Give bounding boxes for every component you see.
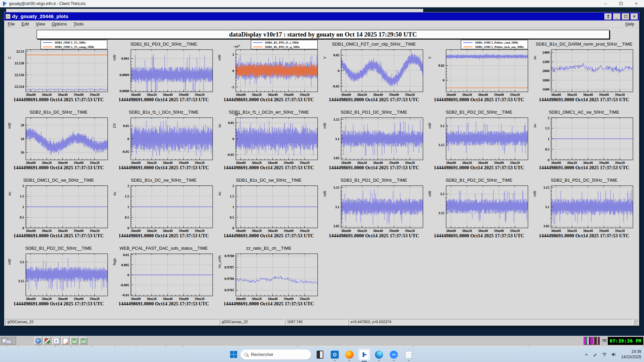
tray-expand-icon[interactable] (584, 353, 588, 356)
edge-icon (375, 351, 383, 359)
plot-canvas[interactable]: 20-238m0038m2038m4039m0039m20mW (217, 47, 320, 97)
svg-text:20: 20 (20, 123, 24, 127)
plot-canvas[interactable]: 21.510.5038m0038m2038m4039m0039m20au (217, 183, 320, 233)
plot-legend: SDB1_OMC1_Peltier_cmd_50HzSDB1_OMC1_Pelt… (461, 40, 528, 49)
files-icon[interactable] (43, 337, 51, 345)
clock-datetime[interactable]: 19:39 14/10/2025 (621, 349, 641, 360)
plot-timestamp: 1444498691.0000 Oct14 2025 17:37:53 UTC (427, 165, 531, 171)
taskbar-app-notepad[interactable] (402, 347, 415, 362)
plot-canvas[interactable]: 0.050-0.0538m0038m2038m4039m0039m201/V (112, 115, 215, 165)
menu-edit[interactable]: Edit (21, 21, 29, 26)
plot-canvas[interactable]: 0.97880.97870.97860.978538m0038m2038m403… (217, 251, 320, 301)
svg-text:2: 2 (232, 53, 234, 56)
plot-cell-9[interactable]: SDB1_B1x_f1_i_DC2n_err_50Hz__TIME×10-30.… (217, 108, 321, 176)
plot-canvas[interactable]: 3.153.13.0538m0038m2038m4039m0039m20mW (322, 183, 426, 233)
plot-cell-20[interactable]: WEB_PCAL_FAST_DAC_ssfs_status__TIME0.010… (111, 244, 216, 312)
taskbar-app-thinlinc[interactable] (358, 349, 370, 361)
menu-file[interactable]: File (8, 21, 15, 26)
close-button[interactable]: × (629, 0, 644, 7)
plot-cell-6[interactable]: SDB1_B1x_DC_DARM_norm_prod_50Hz__TIME240… (532, 40, 636, 108)
menu-tools[interactable]: Tools (73, 21, 84, 26)
workspace-pager[interactable] (1, 337, 16, 345)
plot-cell-21[interactable]: zz_ratio_B1_ch__TIME0.97880.97870.97860.… (217, 244, 321, 312)
plot-title: SDB1_B1x_f1_i_DCn_50Hz__TIME (111, 108, 216, 115)
plot-cell-2[interactable]: SDB2_B1_PD3_DC_50Hz__TIME0.0010.00090.00… (111, 40, 216, 108)
plot-canvas[interactable]: 2400220020001800160038m0038m2038m4039m00… (532, 47, 636, 97)
plot-cell-3[interactable]: ×10-6SDB1_B1_PD3_f1_i_50HzSDB1_B1_PD3_f1… (217, 40, 321, 108)
plot-canvas[interactable]: 3.153.13.0538m0038m2038m4039m0039m20mW (322, 115, 426, 165)
svg-text:38m40: 38m40 (373, 161, 383, 165)
taskbar-app-edge[interactable] (373, 347, 385, 362)
wifi-icon[interactable] (602, 352, 607, 357)
close-window-button[interactable]: × (631, 13, 638, 20)
plot-canvas[interactable]: 0.050-0.0538m0038m2038m4039m0039m20au (217, 115, 320, 165)
plot-cell-15[interactable]: SDB1_B1x_DC_sw_50Hz__TIME21.510.5038m003… (217, 176, 321, 244)
taskbar-app-photos[interactable] (314, 347, 326, 362)
plot-cell-18[interactable]: SDB2_B1_PD1_DC_50Hz__TIME3.153.13.0538m0… (532, 176, 636, 244)
plot-canvas[interactable]: 20181638m0038m2038m4039m0039m20mW (7, 115, 110, 165)
start-button[interactable] (230, 351, 237, 358)
plot-canvas[interactable]: 3.153.13.0538m0038m2038m4039m0039m20mW (532, 183, 636, 233)
plot-canvas[interactable]: 21.510.5038m0038m2038m4039m0039m20au (7, 183, 110, 233)
plot-canvas[interactable]: 3.23.1538m0038m2038m4039m0039m20mW (427, 183, 531, 233)
plot-cell-17[interactable]: SDB2_B1_PD2_DC_50Hz__TIME3.23.1538m0038m… (427, 176, 531, 244)
search-box[interactable]: Rechercher (240, 349, 311, 360)
app-titlebar[interactable]: dy_gouaty_20446_plots ↥ _ × (4, 12, 639, 20)
terminal-icon[interactable] (70, 337, 78, 345)
plot-timestamp: 1444498691.0000 Oct14 2025 17:37:53 UTC (322, 233, 426, 239)
taskbar-app-outlook[interactable]: O (329, 347, 341, 362)
y-axis-label: au (8, 192, 11, 195)
plot-cell-5[interactable]: SDB1_OMC1_Peltier_cmd_50HzSDB1_OMC1_Pelt… (427, 40, 531, 108)
plot-cell-12[interactable]: SDB1_OMC1_AC_sw_50Hz__TIME21.510.5038m00… (532, 108, 636, 176)
maximize-button[interactable] (613, 0, 629, 7)
mail-icon[interactable]: ✉ (602, 338, 606, 344)
plot-cell-14[interactable]: SDB1_B1x_DC_sw_50Hz__TIME21.510.5038m003… (111, 176, 216, 244)
svg-text:1.5: 1.5 (20, 194, 24, 198)
plot-canvas[interactable]: 3.23.1538m0038m2038m4039m0039m20mW (427, 115, 531, 165)
maximize-window-button[interactable] (622, 13, 629, 20)
svg-text:3.15: 3.15 (543, 186, 549, 189)
plot-canvas[interactable]: 0.0010.00090.000838m0038m2038m4039m0039m… (112, 47, 215, 97)
menu-help[interactable]: Help (625, 21, 634, 26)
plot-canvas[interactable]: 0.010.0050-0.005-0.0138m0038m2038m4039m0… (112, 251, 215, 301)
plot-cell-8[interactable]: SDB1_B1x_f1_i_DCn_50Hz__TIME0.050-0.0538… (111, 108, 216, 176)
document-icon[interactable] (61, 337, 69, 345)
svg-text:0: 0 (337, 69, 339, 73)
plot-cell-11[interactable]: SDB2_B1_PD2_DC_50Hz__TIME3.23.1538m0038m… (427, 108, 531, 176)
plot-cell-7[interactable]: SDB2_B1s_DC_50Hz__TIME20181638m0038m2038… (6, 108, 111, 176)
menu-options[interactable]: Options (52, 21, 67, 26)
iconify-button[interactable]: _ (613, 13, 621, 20)
eclipse-icon[interactable]: e (52, 337, 60, 345)
resize-grip[interactable] (634, 319, 638, 325)
svg-text:38m20: 38m20 (252, 161, 262, 165)
plot-canvas[interactable]: 0.02038m0038m2038m4039m0039m20V (427, 47, 531, 97)
plot-canvas[interactable]: 0.050-0.0538m0038m2038m4039m0039m20V (322, 47, 426, 97)
plot-cell-10[interactable]: SDB2_B1_PD1_DC_50Hz__TIME3.153.13.0538m0… (322, 108, 426, 176)
plot-canvas[interactable]: 22.5322.52822.52622.52438m0038m2038m4039… (7, 47, 110, 97)
plot-title: SDB2_B1_PD2_DC_50Hz__TIME (6, 244, 111, 251)
volume-icon[interactable] (611, 352, 617, 357)
plot-canvas[interactable]: 3.23.1538m0038m2038m4039m0039m20mW (7, 251, 110, 301)
svg-text:3.1: 3.1 (545, 205, 549, 209)
taskbar-app-firefox[interactable] (343, 347, 356, 362)
terminal2-icon[interactable] (79, 337, 88, 345)
plot-title: SDB2_B1_PD1_DC_50Hz__TIME (532, 176, 636, 183)
svg-text:38m00: 38m00 (236, 161, 246, 165)
web-browser-icon[interactable] (34, 337, 42, 345)
svg-text:38m40: 38m40 (478, 161, 488, 165)
plot-cell-13[interactable]: SDB1_OMC1_DC_sw_50Hz__TIME21.510.5038m00… (6, 176, 111, 244)
plot-cell-1[interactable]: SDB1_OMC1_T1_50HzSDB1_OMC1_T1_ramp_50Hz2… (6, 40, 111, 108)
plot-cell-16[interactable]: SDB2_B1_PD1_DC_50Hz__TIME3.153.13.0538m0… (322, 176, 426, 244)
shade-button[interactable]: ↥ (604, 13, 612, 20)
pen-icon[interactable] (593, 352, 597, 357)
plot-cell-4[interactable]: SDB1_OMC1_PZT_corr_clip_50Hz__TIME0.050-… (322, 40, 426, 108)
svg-text:38m00: 38m00 (551, 93, 561, 97)
taskbar-app-zoom[interactable]: zm (388, 347, 400, 362)
plot-title: SDB1_B1x_DC_sw_50Hz__TIME (217, 176, 321, 183)
minimize-button[interactable]: – (598, 0, 613, 7)
plot-canvas[interactable]: 21.510.5038m0038m2038m4039m0039m20au (112, 183, 215, 233)
plot-cell-19[interactable]: SDB2_B1_PD2_DC_50Hz__TIME3.23.1538m0038m… (6, 244, 111, 312)
plot-canvas[interactable]: 21.510.5038m0038m2038m4039m0039m20au (532, 115, 636, 165)
svg-text:39m00: 39m00 (494, 161, 504, 165)
menu-view[interactable]: View (36, 21, 45, 26)
